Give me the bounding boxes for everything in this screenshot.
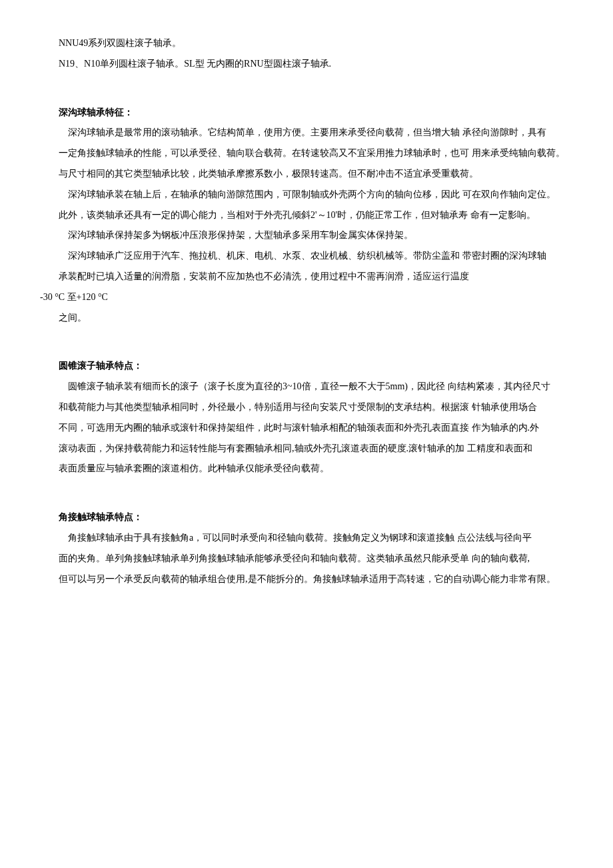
spacer <box>40 75 573 89</box>
section1-p10: 之间。 <box>40 308 573 329</box>
section1-p9: -30 °C 至+120 °C <box>40 287 573 308</box>
section2-heading: 圆锥滚子轴承特点： <box>40 356 573 377</box>
section1-p3: 与尺寸相同的其它类型轴承比较，此类轴承摩擦系数小，极限转速高。但不耐冲击不适宜承… <box>40 164 573 185</box>
section3-p2: 面的夹角。单列角接触球轴承单列角接触球轴承能够承受径向和轴向载荷。这类轴承虽然只… <box>40 549 573 569</box>
section3-heading: 角接触球轴承特点： <box>40 507 573 528</box>
section1-heading: 深沟球轴承特征： <box>40 103 573 123</box>
spacer <box>40 328 573 342</box>
section1-p6: 深沟球轴承保持架多为钢板冲压浪形保持架，大型轴承多采用车制金属实体保持架。 <box>40 225 573 246</box>
section2-p3: 不同，可选用无内圈的轴承或滚针和保持架组件，此时与滚针轴承相配的轴颈表面和外壳孔… <box>40 418 573 439</box>
section2-p4: 滚动表面，为保持载荷能力和运转性能与有套圈轴承相同,轴或外壳孔滚道表面的硬度.滚… <box>40 439 573 459</box>
section1-p2: 一定角接触球轴承的性能，可以承受径、轴向联合载荷。在转速较高又不宜采用推力球轴承… <box>40 143 573 164</box>
section2-p2: 和载荷能力与其他类型轴承相同时，外径最小，特别适用与径向安装尺寸受限制的支承结构… <box>40 397 573 418</box>
section1-p5: 此外，该类轴承还具有一定的调心能力，当相对于外壳孔倾斜2'～10'时，仍能正常工… <box>40 205 573 226</box>
section1-p7: 深沟球轴承广泛应用于汽车、拖拉机、机床、电机、水泵、农业机械、纺织机械等。带防尘… <box>40 246 573 267</box>
intro-line-1: NNU49系列双圆柱滚子轴承。 <box>40 33 573 54</box>
section2-p1: 圆锥滚子轴承装有细而长的滚子（滚子长度为直径的3~10倍，直径一般不大于5mm)… <box>40 377 573 397</box>
section1-p8: 承装配时已填入适量的润滑脂，安装前不应加热也不必清洗，使用过程中不需再润滑，适应… <box>40 267 573 287</box>
intro-line-2: N19、N10单列圆柱滚子轴承。SL型 无内圈的RNU型圆柱滚子轴承. <box>40 54 573 75</box>
spacer <box>40 479 573 493</box>
section1-p4: 深沟球轴承装在轴上后，在轴承的轴向游隙范围内，可限制轴或外壳两个方向的轴向位移，… <box>40 185 573 205</box>
section3-p3: 但可以与另一个承受反向载荷的轴承组合使用,是不能拆分的。角接触球轴承适用于高转速… <box>40 569 573 590</box>
section2-p5: 表面质量应与轴承套圈的滚道相仿。此种轴承仅能承受径向载荷。 <box>40 459 573 479</box>
section1-p1: 深沟球轴承是最常用的滚动轴承。它结构简单，使用方便。主要用来承受径向载荷，但当增… <box>40 123 573 143</box>
section3-p1: 角接触球轴承由于具有接触角a，可以同时承受向和径轴向载荷。接触角定义为钢球和滚道… <box>40 528 573 549</box>
